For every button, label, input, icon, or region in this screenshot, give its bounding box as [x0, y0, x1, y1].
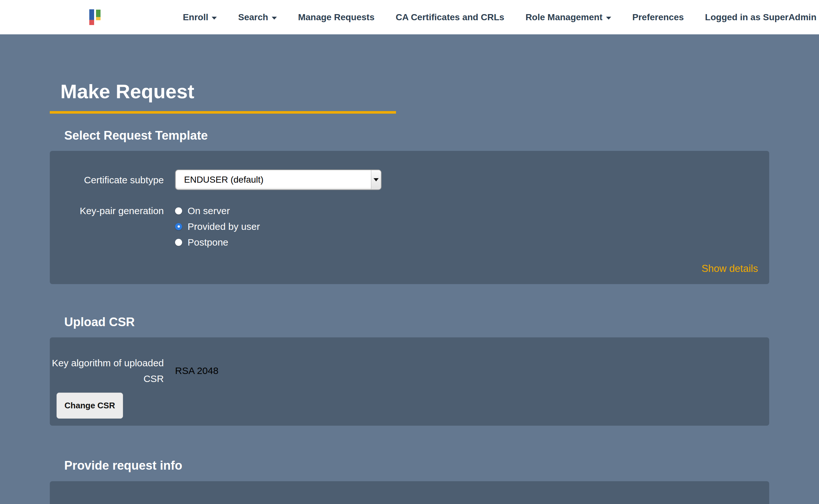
nav-item-manage-requests[interactable]: Manage Requests — [298, 12, 374, 22]
nav-item-logged-in-label: Logged in as SuperAdmin — [705, 12, 816, 22]
nav-item-search[interactable]: Search — [238, 12, 276, 22]
nav-item-ca-certificates-label: CA Certificates and CRLs — [396, 12, 504, 22]
keypair-generation-options: On server Provided by user Postpone — [175, 203, 760, 250]
page-title: Make Request — [50, 34, 769, 103]
section-heading-provide-request-info: Provide request info — [50, 426, 769, 473]
details-row: Show details — [50, 263, 760, 274]
nav-item-logged-in-as[interactable]: Logged in as SuperAdmin — [705, 12, 816, 22]
select-request-template-panel: Certificate subtype ENDUSER (default) Ke… — [50, 151, 769, 284]
change-csr-button[interactable]: Change CSR — [57, 393, 123, 419]
nav-item-role-management[interactable]: Role Management — [526, 12, 611, 22]
nav-item-enroll-label: Enroll — [183, 12, 208, 22]
nav-item-manage-requests-label: Manage Requests — [298, 12, 374, 22]
keypair-generation-row: Key-pair generation On server Provided b… — [50, 203, 760, 250]
select-dropdown-arrow-icon[interactable] — [371, 170, 381, 189]
certificate-subtype-label: Certificate subtype — [50, 172, 164, 188]
upload-csr-panel: Key algorithm of uploaded CSR RSA 2048 C… — [50, 337, 769, 426]
nav-item-role-management-label: Role Management — [526, 12, 603, 22]
radio-option-on-server[interactable]: On server — [175, 203, 760, 219]
logo-bar-left — [89, 9, 94, 25]
key-algorithm-row: Key algorithm of uploaded CSR RSA 2048 — [50, 355, 760, 387]
caret-down-icon — [606, 17, 611, 20]
nav-item-ca-certificates-and-crls[interactable]: CA Certificates and CRLs — [396, 12, 504, 22]
nav-item-enroll[interactable]: Enroll — [183, 12, 217, 22]
key-algorithm-value: RSA 2048 — [175, 365, 760, 376]
keypair-generation-label: Key-pair generation — [50, 203, 164, 219]
radio-icon[interactable] — [175, 207, 182, 214]
show-details-link[interactable]: Show details — [701, 263, 758, 274]
radio-option-postpone-label[interactable]: Postpone — [187, 237, 228, 248]
certificate-subtype-row: Certificate subtype ENDUSER (default) — [50, 169, 760, 190]
nav-item-search-label: Search — [238, 12, 268, 22]
radio-checked-icon[interactable] — [175, 223, 182, 230]
nav-menu: Enroll Search Manage Requests CA Certifi… — [183, 12, 816, 22]
radio-option-provided-by-user[interactable]: Provided by user — [175, 219, 760, 234]
radio-icon[interactable] — [175, 239, 182, 246]
navbar: Enroll Search Manage Requests CA Certifi… — [0, 0, 819, 34]
change-csr-button-row: Change CSR — [50, 393, 760, 419]
caret-down-icon — [272, 17, 277, 20]
main-content: Make Request Select Request Template Cer… — [50, 34, 769, 504]
radio-option-postpone[interactable]: Postpone — [175, 234, 760, 250]
radio-option-provided-by-user-label[interactable]: Provided by user — [187, 221, 260, 232]
radio-option-on-server-label[interactable]: On server — [187, 205, 230, 216]
key-algorithm-label: Key algorithm of uploaded CSR — [50, 355, 164, 387]
certificate-subtype-select[interactable]: ENDUSER (default) — [175, 169, 381, 190]
ejbca-logo-icon — [89, 9, 100, 25]
caret-down-icon — [212, 17, 217, 20]
provide-request-info-panel — [50, 481, 769, 504]
nav-item-preferences[interactable]: Preferences — [632, 12, 684, 22]
section-heading-upload-csr: Upload CSR — [50, 284, 769, 329]
logo-bar-right — [96, 10, 100, 20]
section-heading-select-request-template: Select Request Template — [50, 114, 769, 143]
nav-item-preferences-label: Preferences — [632, 12, 684, 22]
certificate-subtype-selected-value: ENDUSER (default) — [176, 170, 371, 189]
title-accent-rule — [50, 111, 396, 114]
